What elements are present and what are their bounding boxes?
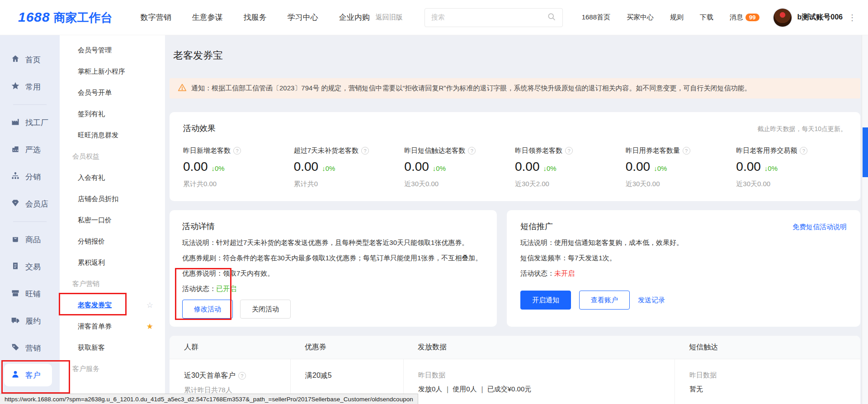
- submenu-private-price[interactable]: 私密一口价: [60, 210, 165, 231]
- help-icon[interactable]: ?: [683, 147, 690, 155]
- help-icon[interactable]: ?: [468, 147, 476, 155]
- sidebar-item-find-factory[interactable]: 找工厂: [0, 109, 60, 136]
- play-instructions: 玩法说明：针对超过7天未补货的老客发送优惠券，且每种类型老客近30天只能领取1张…: [182, 239, 484, 247]
- help-icon[interactable]: ?: [233, 147, 241, 155]
- submenu-wangwang-mass-message[interactable]: 旺旺消息群发: [60, 125, 165, 146]
- column-header-coupon: 优惠券: [290, 343, 403, 352]
- section-label: 客户服务: [72, 365, 99, 373]
- favorite-star-outline-icon[interactable]: ☆: [146, 301, 153, 310]
- main-content: 老客发券宝 通知：根据工信部工信管函〔2023〕794号 的规定，营销短信中需要…: [165, 35, 868, 404]
- detail-panel-title: 活动详情: [182, 221, 484, 232]
- sidebar-item-trade[interactable]: 交易: [0, 253, 60, 280]
- avatar[interactable]: [773, 8, 792, 27]
- link-preview-url: https://work.1688.com/?spm=a2638g.u_6_12…: [5, 396, 413, 403]
- submenu-join-gift[interactable]: 入会有礼: [60, 167, 165, 188]
- metric-label: 昨日短信触达老客数: [404, 146, 465, 155]
- logo-1688: 1688: [18, 9, 50, 25]
- submenu-label: 会员号开单: [78, 89, 112, 97]
- sidebar-item-favorites[interactable]: 常用: [0, 73, 60, 100]
- sidebar-item-distribution[interactable]: 分销: [0, 163, 60, 190]
- cell-dispatch-data: 昨日数据 发放0人 ｜ 使用0人 ｜ 已成交¥0.00元 近30天累计数据 已成…: [403, 359, 675, 404]
- nav-enterprise-purchase[interactable]: 企业内购: [339, 12, 370, 23]
- back-to-old-version-link[interactable]: 返回旧版: [376, 13, 403, 22]
- nav-find-services[interactable]: 找服务: [244, 12, 267, 23]
- nav-business-advisor[interactable]: 生意参谋: [192, 12, 223, 23]
- sidebar-label: 会员店: [25, 199, 48, 209]
- sidebar-item-products[interactable]: 商品: [0, 226, 60, 253]
- send-records-link[interactable]: 发送记录: [638, 296, 665, 305]
- sidebar-label: 交易: [25, 262, 41, 272]
- link-messages[interactable]: 消息 99: [730, 13, 759, 22]
- search-input[interactable]: 搜索: [425, 8, 563, 27]
- sidebar-item-member-store[interactable]: 会员店: [0, 190, 60, 217]
- sidebar-item-shop[interactable]: 旺铺: [0, 280, 60, 307]
- sidebar-divider: [13, 221, 47, 222]
- sidebar-label: 找工厂: [25, 117, 48, 128]
- help-icon[interactable]: ?: [361, 147, 369, 155]
- scrollbar-thumb[interactable]: [863, 127, 868, 177]
- sidebar-item-customers[interactable]: 客户: [4, 364, 52, 386]
- submenu-section-member-benefits: 会员权益: [60, 146, 165, 167]
- submenu-cumulative-rebate[interactable]: 累积返利: [60, 252, 165, 273]
- sidebar-item-fulfillment[interactable]: 履约: [0, 307, 60, 334]
- home-icon: [11, 54, 20, 66]
- close-activity-button[interactable]: 关闭活动: [240, 300, 291, 319]
- secondary-sidebar: 会员号管理 掌柜上新小程序 会员号开单 签到有礼 旺旺消息群发 会员权益 入会有…: [60, 35, 165, 404]
- search-icon[interactable]: [547, 12, 556, 23]
- submenu-active-link[interactable]: 老客发券宝: [78, 301, 112, 310]
- favorite-star-filled-icon[interactable]: ★: [146, 322, 153, 331]
- account-menu-dots-icon[interactable]: ⋮: [848, 13, 856, 23]
- down-arrow-icon: ↓: [654, 164, 657, 172]
- submenu-member-account-order[interactable]: 会员号开单: [60, 82, 165, 103]
- enable-notification-button[interactable]: 开启通知: [520, 291, 571, 310]
- submenu-member-account-management[interactable]: 会员号管理: [60, 40, 165, 61]
- sidebar-label: 客户: [25, 370, 41, 381]
- link-buyer-center[interactable]: 买家中心: [627, 13, 654, 22]
- help-icon[interactable]: ?: [800, 147, 807, 155]
- sms-panel-title: 短信推广: [520, 221, 553, 232]
- yesterday-data-label: 昨日数据: [689, 371, 846, 380]
- messages-label: 消息: [730, 13, 743, 22]
- top-links: 1688首页 买家中心 规则 下载 消息 99: [582, 13, 760, 22]
- submenu-shopkeeper-new-miniprogram[interactable]: 掌柜上新小程序: [60, 61, 165, 82]
- sidebar-item-strict-selection[interactable]: 严选: [0, 136, 60, 163]
- sidebar-item-marketing[interactable]: 营销: [0, 334, 60, 362]
- page-scrollbar[interactable]: [862, 35, 868, 404]
- account-name[interactable]: b测试账号006: [797, 13, 843, 22]
- metric-change: ↓0%: [433, 164, 446, 172]
- yesterday-data-value: 暂无: [689, 385, 846, 394]
- sidebar-item-home[interactable]: 首页: [0, 46, 60, 73]
- column-header-crowd: 人群: [170, 343, 290, 352]
- submenu-label: 掌柜上新小程序: [78, 67, 125, 76]
- modify-activity-button[interactable]: 修改活动: [182, 300, 233, 319]
- metric-value: 0.00: [183, 160, 208, 174]
- metric-label: 昨日老客用券交易额: [736, 146, 797, 155]
- free-sms-help-link[interactable]: 免费短信活动说明: [793, 223, 847, 231]
- submenu-checkin-gift[interactable]: 签到有礼: [60, 103, 165, 125]
- truck-icon: [11, 315, 20, 327]
- submenu-acquire-new-customers[interactable]: 获取新客: [60, 337, 165, 358]
- link-download[interactable]: 下载: [700, 13, 713, 22]
- sidebar-label: 营销: [25, 343, 41, 353]
- link-rules[interactable]: 规则: [670, 13, 684, 22]
- metrics-row: 昨日新增老客数? 0.00↓0% 累计共0.00 超过7天未补货老客数? 0.0…: [183, 146, 847, 188]
- help-icon[interactable]: ?: [238, 372, 246, 380]
- submenu-store-member-discount[interactable]: 店铺会员折扣: [60, 188, 165, 210]
- submenu-prospect-first-order-coupon[interactable]: 潜客首单券 ★: [60, 316, 165, 337]
- metric-subtext: 近30天2.00: [515, 180, 626, 188]
- submenu-label: 店铺会员折扣: [78, 195, 118, 203]
- metric-no-restock-7d: 超过7天未补货老客数? 0.00↓0% 累计共0: [294, 146, 405, 188]
- data-update-note: 截止昨天数据，每天10点更新。: [757, 125, 847, 133]
- metric-change: ↓0%: [764, 164, 778, 172]
- link-1688-home[interactable]: 1688首页: [582, 13, 610, 22]
- app-logo[interactable]: 1688 商家工作台: [18, 9, 113, 26]
- nav-digital-marketing[interactable]: 数字营销: [141, 12, 171, 23]
- sidebar-label: 分销: [25, 172, 41, 182]
- nav-learning-center[interactable]: 学习中心: [288, 12, 318, 23]
- metric-sms-reached: 昨日短信触达老客数? 0.00↓0% 近30天0.00: [404, 146, 515, 188]
- submenu-distribution-quote[interactable]: 分销报价: [60, 231, 165, 252]
- submenu-old-customer-coupon[interactable]: 老客发券宝 ☆: [60, 295, 165, 316]
- help-icon[interactable]: ?: [565, 147, 573, 155]
- shopping-bag-icon: [11, 234, 20, 245]
- view-account-button[interactable]: 查看账户: [579, 291, 630, 310]
